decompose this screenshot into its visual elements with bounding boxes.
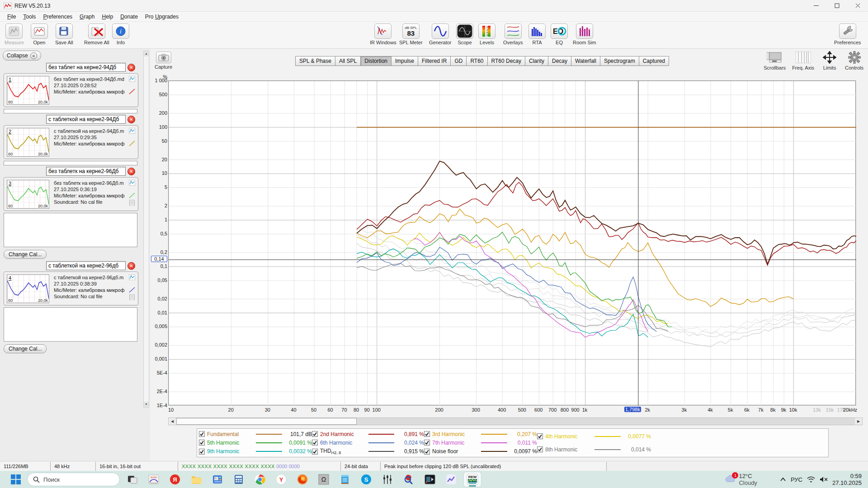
legend-checkbox[interactable]: [424, 431, 430, 437]
legend-checkbox[interactable]: [199, 431, 205, 437]
remove-measurement-icon[interactable]: ✕: [127, 262, 135, 270]
tab-gd[interactable]: GD: [450, 56, 467, 66]
taskbar-icon-yandex[interactable]: Y: [273, 472, 290, 487]
taskbar-icon-yandex-browser[interactable]: Я: [166, 472, 184, 487]
maximize-button[interactable]: [826, 0, 847, 11]
measurement-card-3[interactable]: 38020,0kбез таблетк на керне2-96Дб.m27.1…: [4, 177, 138, 211]
measurement-3-title-input[interactable]: [46, 167, 126, 176]
taskbar-icon-omega-app[interactable]: Ω: [315, 472, 332, 487]
close-button[interactable]: [847, 0, 868, 11]
change-cal-button[interactable]: Change Cal...: [4, 250, 47, 259]
remove-all-button[interactable]: Remove All: [84, 23, 109, 45]
legend-checkbox[interactable]: [199, 440, 205, 446]
scroll-down-icon[interactable]: ▼: [144, 402, 149, 407]
menu-item-file[interactable]: File: [4, 13, 19, 21]
eq-button[interactable]: EQEQ: [551, 23, 568, 45]
remove-measurement-icon[interactable]: ✕: [127, 64, 135, 71]
legend-checkbox[interactable]: [312, 431, 318, 437]
capture-button[interactable]: Capture: [155, 52, 172, 70]
taskbar-icon-audio-app[interactable]: audio: [145, 472, 162, 487]
tab-spectrogram[interactable]: Spectrogram: [600, 56, 639, 66]
tab-rt60[interactable]: RT60: [466, 56, 487, 66]
tab-filtered-ir[interactable]: Filtered IR: [418, 56, 451, 66]
collapse-button[interactable]: Collapse «: [3, 51, 41, 61]
tray-chevron-icon[interactable]: [780, 477, 786, 482]
taskbar-icon-task-view[interactable]: [124, 472, 141, 487]
tab-distortion[interactable]: Distortion: [360, 56, 392, 66]
weather-widget[interactable]: 112°CCloudy: [724, 473, 757, 486]
frequency-scrollbar-thumb[interactable]: [176, 418, 357, 425]
measurement-card-4[interactable]: 48020,0kс таблеткой на керне2-96дб.m27.1…: [4, 272, 138, 305]
start-button[interactable]: [8, 473, 24, 486]
measurement-notes[interactable]: [4, 307, 137, 342]
distortion-plot[interactable]: [168, 80, 856, 405]
measurement-notes[interactable]: [4, 109, 137, 113]
taskbar-icon-media-app[interactable]: [421, 472, 439, 487]
room-sim-button[interactable]: Room Sim: [573, 23, 596, 45]
taskbar-icon-search-app[interactable]: [400, 472, 417, 487]
sidebar-scrollbar[interactable]: ▲ ▼: [143, 51, 149, 408]
open-button[interactable]: Open: [31, 23, 48, 45]
menu-item-preferences[interactable]: Preferences: [39, 13, 76, 21]
tab-rt60-decay[interactable]: RT60 Decay: [487, 56, 525, 66]
taskbar-icon-notepad[interactable]: [336, 472, 354, 487]
remove-measurement-icon[interactable]: ✕: [127, 168, 135, 175]
taskbar-icon-file-explorer[interactable]: [188, 472, 205, 487]
measurement-2-title-input[interactable]: [46, 115, 126, 124]
change-cal-button[interactable]: Change Cal...: [4, 344, 47, 353]
clock[interactable]: 0:5927.10.2025: [832, 473, 862, 486]
wifi-icon[interactable]: [807, 476, 815, 483]
measurement-card-2[interactable]: 28020,0kс таблеткой на керне2-94Дб.m27.1…: [4, 125, 138, 159]
scope-button[interactable]: Scope: [456, 23, 473, 45]
limits-button[interactable]: Limits: [821, 51, 839, 70]
controls-button[interactable]: Controls: [845, 51, 863, 70]
menu-item-graph[interactable]: Graph: [76, 13, 98, 21]
measurement-card-1[interactable]: 18020,0kбез таблет на керне2-94Дб.md27.1…: [4, 73, 138, 107]
scrollbars-button[interactable]: Scrollbars: [764, 51, 786, 70]
tab-waterfall[interactable]: Waterfall: [571, 56, 600, 66]
tab-impulse[interactable]: Impulse: [391, 56, 418, 66]
taskbar-icon-skype[interactable]: S: [358, 472, 375, 487]
taskbar-icon-calculator[interactable]: [230, 472, 247, 487]
scroll-up-icon[interactable]: ▲: [144, 51, 149, 56]
language-indicator[interactable]: РУС: [791, 476, 802, 483]
taskbar-icon-firefox[interactable]: [294, 472, 311, 487]
taskbar-icon-volume-mixer[interactable]: [379, 472, 396, 487]
taskbar-search[interactable]: Поиск: [27, 473, 120, 486]
menu-item-tools[interactable]: Tools: [19, 13, 39, 21]
tab-captured[interactable]: Captured: [639, 56, 669, 66]
legend-checkbox[interactable]: [537, 446, 543, 452]
save-all-button[interactable]: Save All: [55, 23, 73, 45]
remove-measurement-icon[interactable]: ✕: [127, 116, 135, 123]
tab-clarity[interactable]: Clarity: [525, 56, 548, 66]
legend-checkbox[interactable]: [199, 449, 205, 455]
taskbar-icon-chart-app[interactable]: [443, 472, 460, 487]
tab-all-spl[interactable]: All SPL: [335, 56, 361, 66]
legend-checkbox[interactable]: [312, 440, 318, 446]
taskbar-icon-chrome[interactable]: [251, 472, 269, 487]
legend-checkbox[interactable]: [424, 440, 430, 446]
taskbar-icon-rew[interactable]: REW: [464, 472, 481, 487]
taskbar-icon-photos-app[interactable]: [209, 472, 226, 487]
measurement-1-title-input[interactable]: [46, 63, 126, 72]
scroll-right-icon[interactable]: ▶: [855, 418, 862, 425]
tab-spl-phase[interactable]: SPL & Phase: [295, 56, 335, 66]
menu-item-pro-upgrades[interactable]: Pro Upgrades: [142, 13, 182, 21]
volume-muted-icon[interactable]: [820, 476, 828, 483]
info-button[interactable]: iInfo: [112, 23, 129, 45]
freq-axis-button[interactable]: Freq. Axis: [792, 51, 814, 70]
measurement-notes[interactable]: [4, 161, 137, 165]
overlays-button[interactable]: Overlays: [503, 23, 523, 45]
minimize-button[interactable]: [806, 0, 826, 11]
menu-item-donate[interactable]: Donate: [117, 13, 142, 21]
legend-checkbox[interactable]: [424, 449, 430, 455]
tab-decay[interactable]: Decay: [548, 56, 571, 66]
scroll-left-icon[interactable]: ◀: [169, 418, 176, 425]
ir-windows-button[interactable]: IR Windows: [370, 23, 396, 45]
rta-button[interactable]: RTA: [528, 23, 546, 45]
levels-button[interactable]: 0369Levels: [478, 23, 495, 45]
legend-checkbox[interactable]: [537, 433, 543, 439]
menu-item-help[interactable]: Help: [98, 13, 117, 21]
legend-checkbox[interactable]: [312, 449, 318, 455]
measurement-4-title-input[interactable]: [46, 261, 126, 270]
